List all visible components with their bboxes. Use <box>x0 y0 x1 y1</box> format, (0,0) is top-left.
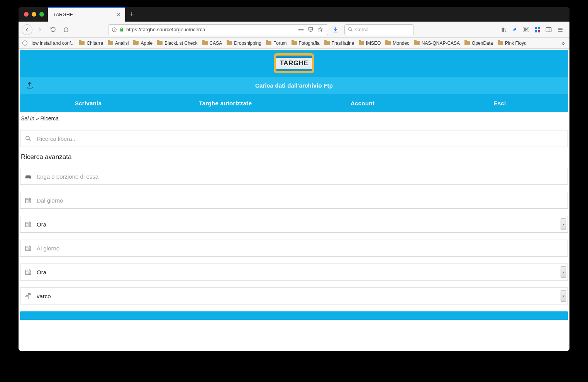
search-bar[interactable]: Cerca <box>344 24 414 35</box>
search-form: Ricerca avanzata <box>19 124 569 328</box>
dropdown-handle[interactable] <box>561 218 566 230</box>
svg-point-3 <box>26 136 29 140</box>
bookmark-item[interactable]: How install and conf... <box>22 41 75 46</box>
dal-giorno-row[interactable] <box>20 192 568 209</box>
ora-from-value: Ora <box>37 221 556 228</box>
window-controls <box>22 7 48 22</box>
calendar-icon <box>24 221 32 228</box>
bookmark-item[interactable]: Chitarra <box>79 41 103 46</box>
library-icon[interactable] <box>500 27 506 33</box>
folder-icon <box>385 41 391 45</box>
tab-strip: TARGHE × + <box>19 7 569 22</box>
more-icon[interactable]: ••• <box>298 27 304 33</box>
submit-bar[interactable] <box>20 311 568 320</box>
ora-from-row[interactable]: Ora <box>20 216 568 233</box>
signpost-icon <box>24 292 32 300</box>
reload-button[interactable] <box>47 24 59 35</box>
upload-ftp-row[interactable]: Carica dati dall'archivio Ftp <box>20 77 568 94</box>
menu-icon[interactable] <box>557 27 563 32</box>
nav-esci[interactable]: Esci <box>431 94 568 112</box>
folder-icon <box>324 41 330 45</box>
globe-icon <box>22 41 27 46</box>
nav-scrivania[interactable]: Scrivania <box>20 94 157 112</box>
folder-icon <box>291 41 297 45</box>
home-button[interactable] <box>60 24 72 35</box>
dal-giorno-input[interactable] <box>37 197 564 204</box>
url-toolbar: https://targhe.sourceforge.io/ricerca ••… <box>19 22 569 38</box>
maximize-window-icon[interactable] <box>39 12 44 17</box>
back-button[interactable] <box>22 24 32 35</box>
browser-window: TARGHE × + https://targhe.sourceforge.io <box>19 7 569 351</box>
bookmark-item[interactable]: Pink Floyd <box>498 41 527 46</box>
svg-point-5 <box>29 177 31 179</box>
advanced-search-title: Ricerca avanzata <box>21 153 568 161</box>
bookmark-item[interactable]: BlackList Check <box>157 41 197 46</box>
dropdown-handle[interactable] <box>561 290 566 302</box>
pocket-icon[interactable] <box>308 27 313 33</box>
minimize-window-icon[interactable] <box>32 12 36 17</box>
targa-input[interactable] <box>37 173 564 180</box>
bookmark-item[interactable]: NAS-QNAP-CASA <box>414 41 460 46</box>
bookmark-item[interactable]: Fotografia <box>291 41 320 46</box>
url-text: https://targhe.sourceforge.io/ricerca <box>126 27 294 32</box>
ora-to-row[interactable]: Ora <box>20 264 568 281</box>
address-bar[interactable]: https://targhe.sourceforge.io/ricerca ••… <box>108 24 328 35</box>
calendar-icon <box>24 245 32 252</box>
bookmarks-bar: How install and conf... Chitarra Analisi… <box>19 38 569 49</box>
calendar-icon <box>24 269 32 276</box>
bookmark-item[interactable]: OpenData <box>464 41 493 46</box>
bookmark-item[interactable]: Forum <box>266 41 287 46</box>
nav-account[interactable]: Account <box>294 94 431 112</box>
folder-icon <box>498 41 503 45</box>
bookmark-item[interactable]: Dropshipping <box>227 41 261 46</box>
folder-icon <box>266 41 271 45</box>
breadcrumb-prefix: Sei in <box>21 115 34 122</box>
breadcrumb: Sei in » Ricerca <box>19 112 569 124</box>
tile-new-icon[interactable] <box>535 27 540 32</box>
folder-icon <box>133 41 139 45</box>
breadcrumb-separator: » <box>36 115 39 122</box>
folder-icon <box>227 41 232 45</box>
bookmark-item[interactable]: Mondeo <box>385 41 409 46</box>
varco-row[interactable]: varco <box>20 287 568 304</box>
folder-icon <box>414 41 420 45</box>
dropdown-handle[interactable] <box>561 266 566 278</box>
info-icon[interactable] <box>112 27 117 32</box>
close-tab-icon[interactable]: × <box>116 11 121 18</box>
folder-icon <box>157 41 163 45</box>
breadcrumb-current: Ricerca <box>41 115 59 122</box>
folder-icon <box>359 41 364 45</box>
bookmark-item[interactable]: Apple <box>133 41 153 46</box>
svg-point-4 <box>26 177 27 179</box>
folder-icon <box>202 41 208 45</box>
bookmark-item[interactable]: Analisi <box>108 41 129 46</box>
logo[interactable]: TARGHE <box>274 53 315 73</box>
al-giorno-row[interactable] <box>20 240 568 257</box>
folder-icon <box>108 41 113 45</box>
ip-badge-icon[interactable]: IP <box>523 27 529 32</box>
svg-point-1 <box>349 28 352 31</box>
targa-row[interactable] <box>20 168 568 185</box>
toolbar-right: IP <box>500 27 566 33</box>
free-search-row[interactable] <box>20 130 568 147</box>
close-window-icon[interactable] <box>24 12 29 17</box>
logo-text: TARGHE <box>276 56 312 71</box>
free-search-input[interactable] <box>37 135 564 142</box>
nav-targhe-autorizzate[interactable]: Targhe autorizzate <box>157 94 294 112</box>
page-viewport[interactable]: TARGHE Carica dati dall'archivio Ftp Scr… <box>19 49 569 351</box>
bookmark-item[interactable]: iMSEO <box>359 41 381 46</box>
car-icon <box>24 173 32 179</box>
forward-button[interactable] <box>34 24 46 35</box>
browser-tab[interactable]: TARGHE × <box>48 7 125 22</box>
sidebar-icon[interactable] <box>546 27 552 32</box>
al-giorno-input[interactable] <box>37 245 564 252</box>
bookmark-item[interactable]: Frasi latine <box>324 41 354 46</box>
bookmarks-overflow-icon[interactable]: » <box>561 40 566 47</box>
calendar-icon <box>24 197 32 204</box>
new-tab-button[interactable]: + <box>125 7 138 22</box>
downloads-button[interactable] <box>330 24 341 35</box>
bookmark-item[interactable]: CASA <box>202 41 222 46</box>
ora-to-value: Ora <box>37 269 556 276</box>
eyedropper-icon[interactable] <box>512 27 517 32</box>
bookmark-star-icon[interactable] <box>317 27 323 33</box>
